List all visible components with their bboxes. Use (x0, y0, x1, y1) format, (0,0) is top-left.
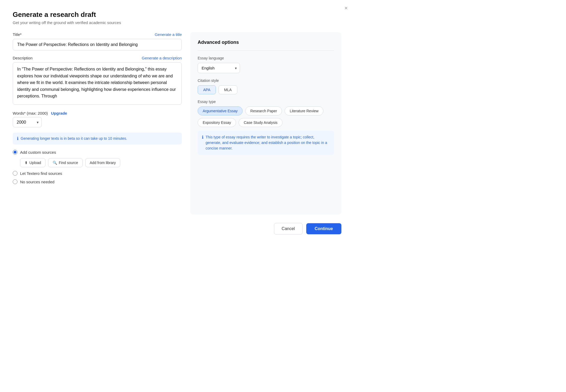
description-field-header: Description Generate a description (13, 56, 182, 60)
cancel-button[interactable]: Cancel (274, 223, 303, 235)
upload-icon: ⬆ (25, 161, 28, 165)
source-actions-row: ⬆ Upload 🔍 Find source Add from library (13, 158, 182, 167)
essay-type-label: Essay type (198, 100, 334, 104)
upload-label: Upload (29, 161, 41, 165)
sources-section: Add custom sources ⬆ Upload 🔍 Find sourc… (13, 150, 182, 184)
essay-language-label: Essay language (198, 56, 334, 60)
language-select[interactable]: English Spanish French German Italian (198, 63, 240, 73)
citation-style-label: Citation style (198, 78, 334, 83)
upload-button[interactable]: ⬆ Upload (20, 158, 45, 167)
words-label: Words* (max: 2000) (13, 111, 48, 115)
divider (198, 50, 334, 51)
continue-button[interactable]: Continue (306, 223, 341, 234)
words-select-wrapper: 500 1000 1500 2000 ▾ (13, 117, 42, 127)
essay-type-literature-button[interactable]: Literature Review (285, 106, 323, 115)
advanced-options-title: Advanced options (198, 40, 334, 45)
custom-sources-radio[interactable] (13, 150, 17, 155)
title-input[interactable] (13, 39, 182, 50)
description-textarea[interactable]: In "The Power of Perspective: Reflection… (13, 62, 182, 105)
essay-type-buttons: Argumentative Essay Research Paper Liter… (198, 106, 334, 127)
generate-title-button[interactable]: Generate a title (155, 32, 182, 37)
main-content: Title* Generate a title Description Gene… (13, 32, 341, 214)
essay-type-casestudy-button[interactable]: Case Study Analysis (239, 118, 282, 127)
essay-type-research-button[interactable]: Research Paper (245, 106, 282, 115)
essay-info-icon: ℹ (202, 135, 203, 140)
citation-apa-button[interactable]: APA (198, 85, 216, 94)
description-field-section: Description Generate a description In "T… (13, 56, 182, 106)
no-sources-radio[interactable] (13, 179, 17, 184)
search-icon: 🔍 (53, 161, 57, 165)
title-field-section: Title* Generate a title (13, 32, 182, 50)
upgrade-button[interactable]: Upgrade (51, 111, 67, 115)
custom-sources-row: Add custom sources (13, 150, 182, 155)
essay-type-info-box: ℹ This type of essay requires the writer… (198, 131, 334, 155)
words-select[interactable]: 500 1000 1500 2000 (13, 117, 42, 127)
let-textero-row: Let Textero find sources (13, 171, 182, 176)
essay-info-text: This type of essay requires the writer t… (206, 134, 330, 151)
generate-description-button[interactable]: Generate a description (142, 56, 182, 60)
citation-style-section: Citation style APA MLA (198, 78, 334, 94)
beta-info-box: ℹ Generating longer texts is in beta so … (13, 133, 182, 144)
modal-subtitle: Get your writing off the ground with ver… (13, 20, 341, 25)
no-sources-label: No sources needed (20, 180, 54, 184)
citation-style-buttons: APA MLA (198, 85, 334, 94)
citation-mla-button[interactable]: MLA (219, 85, 237, 94)
add-library-button[interactable]: Add from library (85, 158, 120, 167)
beta-info-text: Generating longer texts is in beta so it… (21, 136, 127, 141)
essay-language-section: Essay language English Spanish French Ge… (198, 56, 334, 73)
let-textero-radio[interactable] (13, 171, 17, 176)
no-sources-row: No sources needed (13, 179, 182, 184)
essay-type-argumentative-button[interactable]: Argumentative Essay (198, 106, 243, 115)
advanced-options-panel: Advanced options Essay language English … (190, 32, 341, 214)
find-source-button[interactable]: 🔍 Find source (48, 158, 82, 167)
title-field-header: Title* Generate a title (13, 32, 182, 37)
generate-research-draft-modal: × Generate a research draft Get your wri… (0, 0, 354, 245)
essay-type-expository-button[interactable]: Expository Essay (198, 118, 236, 127)
modal-footer: Cancel Continue (13, 223, 341, 235)
let-textero-label: Let Textero find sources (20, 171, 62, 176)
description-label: Description (13, 56, 33, 60)
find-source-label: Find source (59, 161, 78, 165)
custom-sources-label: Add custom sources (20, 150, 56, 155)
language-select-wrapper: English Spanish French German Italian ▾ (198, 63, 240, 73)
modal-title: Generate a research draft (13, 11, 341, 19)
close-button[interactable]: × (344, 5, 348, 11)
words-row: Words* (max: 2000) Upgrade (13, 111, 182, 115)
info-icon: ℹ (17, 136, 18, 141)
modal-header: Generate a research draft Get your writi… (13, 11, 341, 25)
essay-type-section: Essay type Argumentative Essay Research … (198, 100, 334, 155)
title-label: Title* (13, 32, 22, 37)
left-panel: Title* Generate a title Description Gene… (13, 32, 182, 214)
add-library-label: Add from library (90, 161, 116, 165)
words-field-section: Words* (max: 2000) Upgrade 500 1000 1500… (13, 111, 182, 127)
